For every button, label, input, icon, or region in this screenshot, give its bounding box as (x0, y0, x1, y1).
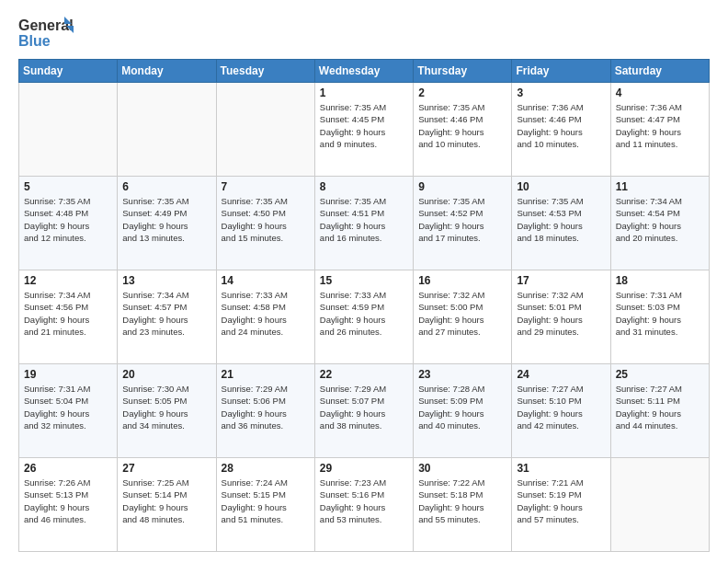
calendar-cell: 23Sunrise: 7:28 AM Sunset: 5:09 PM Dayli… (414, 364, 512, 458)
day-number: 9 (418, 180, 506, 193)
day-info: Sunrise: 7:23 AM Sunset: 5:16 PM Dayligh… (320, 477, 408, 525)
week-row-1: 1Sunrise: 7:35 AM Sunset: 4:45 PM Daylig… (19, 83, 710, 177)
calendar-table: SundayMondayTuesdayWednesdayThursdayFrid… (18, 59, 710, 552)
day-info: Sunrise: 7:31 AM Sunset: 5:04 PM Dayligh… (24, 383, 112, 431)
calendar-cell: 12Sunrise: 7:34 AM Sunset: 4:56 PM Dayli… (19, 270, 118, 364)
day-number: 29 (320, 462, 408, 475)
page-header: GeneralBlue (18, 15, 710, 50)
day-info: Sunrise: 7:24 AM Sunset: 5:15 PM Dayligh… (222, 477, 310, 525)
day-info: Sunrise: 7:28 AM Sunset: 5:09 PM Dayligh… (418, 383, 506, 431)
day-number: 5 (24, 180, 112, 193)
day-number: 31 (517, 462, 605, 475)
day-number: 7 (222, 180, 310, 193)
weekday-header-tuesday: Tuesday (216, 60, 314, 83)
day-number: 4 (616, 86, 704, 99)
calendar-cell: 3Sunrise: 7:36 AM Sunset: 4:46 PM Daylig… (512, 83, 610, 177)
day-info: Sunrise: 7:34 AM Sunset: 4:57 PM Dayligh… (122, 289, 210, 338)
day-info: Sunrise: 7:36 AM Sunset: 4:46 PM Dayligh… (517, 101, 605, 150)
calendar-cell: 19Sunrise: 7:31 AM Sunset: 5:04 PM Dayli… (19, 364, 118, 458)
calendar-cell: 28Sunrise: 7:24 AM Sunset: 5:15 PM Dayli… (216, 458, 314, 552)
day-info: Sunrise: 7:36 AM Sunset: 4:47 PM Dayligh… (616, 101, 704, 150)
day-number: 11 (616, 180, 704, 193)
day-number: 1 (320, 86, 408, 99)
week-row-5: 26Sunrise: 7:26 AM Sunset: 5:13 PM Dayli… (19, 458, 710, 552)
day-info: Sunrise: 7:22 AM Sunset: 5:18 PM Dayligh… (418, 477, 506, 525)
day-info: Sunrise: 7:35 AM Sunset: 4:52 PM Dayligh… (418, 195, 506, 244)
day-info: Sunrise: 7:35 AM Sunset: 4:45 PM Dayligh… (320, 101, 408, 150)
calendar-cell (216, 83, 314, 177)
calendar-cell: 1Sunrise: 7:35 AM Sunset: 4:45 PM Daylig… (314, 83, 413, 177)
calendar-cell: 18Sunrise: 7:31 AM Sunset: 5:03 PM Dayli… (610, 270, 709, 364)
calendar-cell: 30Sunrise: 7:22 AM Sunset: 5:18 PM Dayli… (414, 458, 512, 552)
day-info: Sunrise: 7:32 AM Sunset: 5:01 PM Dayligh… (517, 289, 605, 338)
day-number: 28 (222, 462, 310, 475)
day-number: 21 (222, 368, 310, 381)
calendar-cell: 16Sunrise: 7:32 AM Sunset: 5:00 PM Dayli… (414, 270, 512, 364)
day-number: 26 (24, 462, 112, 475)
logo-svg: GeneralBlue (18, 15, 74, 50)
calendar-cell: 6Sunrise: 7:35 AM Sunset: 4:49 PM Daylig… (118, 177, 216, 270)
week-row-2: 5Sunrise: 7:35 AM Sunset: 4:48 PM Daylig… (19, 177, 710, 270)
day-info: Sunrise: 7:27 AM Sunset: 5:11 PM Dayligh… (616, 383, 704, 431)
calendar-cell: 27Sunrise: 7:25 AM Sunset: 5:14 PM Dayli… (118, 458, 216, 552)
day-info: Sunrise: 7:35 AM Sunset: 4:50 PM Dayligh… (222, 195, 310, 244)
day-number: 20 (122, 368, 210, 381)
calendar-cell: 8Sunrise: 7:35 AM Sunset: 4:51 PM Daylig… (314, 177, 413, 270)
calendar-cell: 31Sunrise: 7:21 AM Sunset: 5:19 PM Dayli… (512, 458, 610, 552)
day-info: Sunrise: 7:26 AM Sunset: 5:13 PM Dayligh… (24, 477, 112, 525)
calendar-cell: 17Sunrise: 7:32 AM Sunset: 5:01 PM Dayli… (512, 270, 610, 364)
day-number: 8 (320, 180, 408, 193)
calendar-cell: 13Sunrise: 7:34 AM Sunset: 4:57 PM Dayli… (118, 270, 216, 364)
day-number: 18 (616, 274, 704, 287)
day-number: 22 (320, 368, 408, 381)
day-info: Sunrise: 7:32 AM Sunset: 5:00 PM Dayligh… (418, 289, 506, 338)
day-info: Sunrise: 7:33 AM Sunset: 4:59 PM Dayligh… (320, 289, 408, 338)
day-info: Sunrise: 7:29 AM Sunset: 5:07 PM Dayligh… (320, 383, 408, 431)
calendar-cell: 20Sunrise: 7:30 AM Sunset: 5:05 PM Dayli… (118, 364, 216, 458)
day-info: Sunrise: 7:31 AM Sunset: 5:03 PM Dayligh… (616, 289, 704, 338)
calendar-cell: 22Sunrise: 7:29 AM Sunset: 5:07 PM Dayli… (314, 364, 413, 458)
day-info: Sunrise: 7:33 AM Sunset: 4:58 PM Dayligh… (222, 289, 310, 338)
calendar-cell: 5Sunrise: 7:35 AM Sunset: 4:48 PM Daylig… (19, 177, 118, 270)
calendar-cell: 10Sunrise: 7:35 AM Sunset: 4:53 PM Dayli… (512, 177, 610, 270)
calendar-cell: 9Sunrise: 7:35 AM Sunset: 4:52 PM Daylig… (414, 177, 512, 270)
day-info: Sunrise: 7:34 AM Sunset: 4:56 PM Dayligh… (24, 289, 112, 338)
day-number: 15 (320, 274, 408, 287)
day-number: 13 (122, 274, 210, 287)
week-row-4: 19Sunrise: 7:31 AM Sunset: 5:04 PM Dayli… (19, 364, 710, 458)
day-info: Sunrise: 7:29 AM Sunset: 5:06 PM Dayligh… (222, 383, 310, 431)
weekday-header-sunday: Sunday (19, 60, 118, 83)
calendar-cell (610, 458, 709, 552)
day-number: 16 (418, 274, 506, 287)
weekday-header-saturday: Saturday (610, 60, 709, 83)
weekday-header-row: SundayMondayTuesdayWednesdayThursdayFrid… (19, 60, 710, 83)
weekday-header-monday: Monday (118, 60, 216, 83)
day-info: Sunrise: 7:35 AM Sunset: 4:53 PM Dayligh… (517, 195, 605, 244)
calendar-cell: 24Sunrise: 7:27 AM Sunset: 5:10 PM Dayli… (512, 364, 610, 458)
calendar-cell: 2Sunrise: 7:35 AM Sunset: 4:46 PM Daylig… (414, 83, 512, 177)
calendar-cell: 11Sunrise: 7:34 AM Sunset: 4:54 PM Dayli… (610, 177, 709, 270)
day-info: Sunrise: 7:35 AM Sunset: 4:51 PM Dayligh… (320, 195, 408, 244)
calendar-cell (118, 83, 216, 177)
day-number: 19 (24, 368, 112, 381)
day-info: Sunrise: 7:25 AM Sunset: 5:14 PM Dayligh… (122, 477, 210, 525)
day-number: 12 (24, 274, 112, 287)
calendar-cell: 25Sunrise: 7:27 AM Sunset: 5:11 PM Dayli… (610, 364, 709, 458)
day-info: Sunrise: 7:35 AM Sunset: 4:48 PM Dayligh… (24, 195, 112, 244)
calendar-cell (19, 83, 118, 177)
day-number: 6 (122, 180, 210, 193)
day-number: 3 (517, 86, 605, 99)
day-info: Sunrise: 7:34 AM Sunset: 4:54 PM Dayligh… (616, 195, 704, 244)
day-info: Sunrise: 7:21 AM Sunset: 5:19 PM Dayligh… (517, 477, 605, 525)
weekday-header-friday: Friday (512, 60, 610, 83)
weekday-header-thursday: Thursday (414, 60, 512, 83)
day-info: Sunrise: 7:35 AM Sunset: 4:49 PM Dayligh… (122, 195, 210, 244)
day-number: 14 (222, 274, 310, 287)
day-number: 25 (616, 368, 704, 381)
day-number: 10 (517, 180, 605, 193)
calendar-cell: 26Sunrise: 7:26 AM Sunset: 5:13 PM Dayli… (19, 458, 118, 552)
day-number: 24 (517, 368, 605, 381)
calendar-cell: 21Sunrise: 7:29 AM Sunset: 5:06 PM Dayli… (216, 364, 314, 458)
calendar-cell: 4Sunrise: 7:36 AM Sunset: 4:47 PM Daylig… (610, 83, 709, 177)
day-info: Sunrise: 7:27 AM Sunset: 5:10 PM Dayligh… (517, 383, 605, 431)
